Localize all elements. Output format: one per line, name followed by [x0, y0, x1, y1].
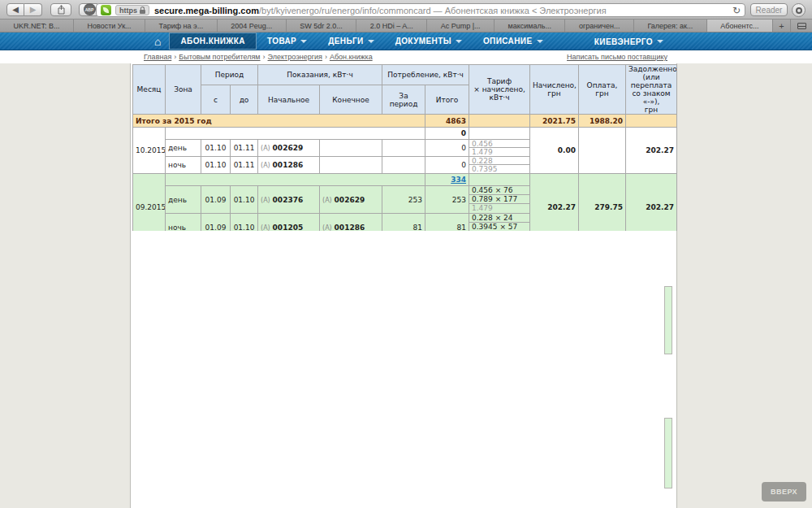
nav-dokumenty[interactable]: ДОКУМЕНТЫ: [385, 33, 473, 50]
home-button[interactable]: ⌂: [146, 33, 169, 50]
tab-maksimal[interactable]: максималь...: [495, 20, 565, 32]
period-from-cell: 01.09: [201, 214, 231, 232]
initial-reading-cell: (А) 002629: [258, 140, 320, 157]
year-total-accrued: 2021.75: [530, 115, 579, 128]
back-to-top-button[interactable]: ВВЕРХ: [762, 482, 806, 501]
new-tab-plus-button[interactable]: +: [773, 20, 791, 32]
tariff-line: 1.479: [469, 148, 529, 156]
year-total-tariff-empty: [469, 115, 530, 128]
breadcrumb-abon[interactable]: Абон.книжка: [330, 53, 373, 61]
tariff-line: 0.3945 × 57: [469, 223, 529, 231]
month-cell: 10.2015: [133, 128, 166, 174]
zone-cell: день: [166, 186, 201, 214]
tariff-stack-cell: 0.228 0.7395: [469, 157, 530, 174]
address-bar[interactable]: https secure.mega-billing.com /byt/kyive…: [96, 3, 745, 17]
breadcrumb-glavnaya[interactable]: Главная: [144, 53, 171, 61]
nav-opisanie[interactable]: ОПИСАНИЕ: [473, 33, 554, 50]
downloads-button[interactable]: [792, 3, 806, 17]
col-header-period: Период: [201, 65, 258, 85]
total-cell: 0: [425, 140, 469, 157]
initial-reading-cell: (А) 001286: [258, 157, 320, 174]
breadcrumb-separator: ›: [325, 53, 327, 61]
downloads-icon: [796, 7, 802, 14]
tab-sw5dr[interactable]: SW 5dr 2.0...: [287, 20, 357, 32]
breadcrumb: Главная›Бытовым потребителям›Электроэнер…: [144, 53, 373, 61]
nav-abon-knizhka[interactable]: АБОН.КНИЖКА: [169, 33, 256, 50]
accrued-cell: 0.00: [530, 128, 579, 174]
tab-abonentska-active[interactable]: Абонентс...: [707, 20, 773, 32]
header-group-row: Месяц Зона Период Показания, кВт·ч Потре…: [133, 65, 677, 85]
nav-label: КИЕВЭНЕРГО: [594, 37, 653, 46]
nav-label: АБОН.КНИЖКА: [180, 37, 244, 46]
col-header-readings: Показания, кВт·ч: [258, 65, 382, 85]
col-header-final: Конечное: [320, 85, 382, 115]
back-button[interactable]: ◀: [6, 3, 24, 16]
total-cell: 0: [425, 157, 469, 174]
refresh-icon[interactable]: ↻: [732, 5, 741, 16]
col-header-to: до: [231, 85, 258, 115]
tariff-empty-cell: [469, 128, 530, 140]
reading-value: 001205: [273, 224, 304, 232]
reader-button[interactable]: Reader: [750, 3, 788, 16]
nav-label: ОПИСАНИЕ: [483, 37, 533, 46]
tariff-stack-cell: 0.456 × 76 0.789 × 177 1.479: [469, 186, 530, 214]
col-header-consumption: Потребление, кВт·ч: [382, 65, 469, 85]
month-total-cell: 334: [425, 174, 469, 186]
tab-tarif[interactable]: Тариф на э...: [145, 20, 218, 32]
reading-value: 002376: [273, 196, 304, 204]
lock-icon: [140, 10, 145, 14]
tariff-line: 0.228: [469, 157, 529, 165]
meter-mark: (А): [322, 224, 332, 232]
content-area: Месяц Зона Период Показания, кВт·ч Потре…: [130, 63, 677, 508]
chevron-down-icon: [537, 40, 543, 43]
browser-window: ◀ ▶ ABP + https secure.mega-billing.com …: [0, 0, 812, 508]
back-icon: ◀: [12, 5, 19, 14]
empty-cell: [166, 128, 425, 140]
col-header-per-period: За период: [382, 85, 425, 115]
tab-overview-button[interactable]: [791, 20, 812, 32]
extension-icon[interactable]: [101, 5, 111, 15]
year-totals-label: Итого за 2015 год: [133, 115, 425, 128]
home-icon: ⌂: [154, 33, 161, 50]
tab-acpump[interactable]: Ac Pump |...: [427, 20, 495, 32]
col-header-total: Итого: [425, 85, 469, 115]
nav-dengi[interactable]: ДЕНЬГИ: [317, 33, 384, 50]
chevron-down-icon: [657, 40, 663, 43]
accrued-cell: 202.27: [530, 174, 579, 232]
final-reading-cell: [320, 157, 382, 174]
share-button[interactable]: [50, 3, 71, 16]
period-to-cell: 01.11: [231, 140, 258, 157]
total-cell: 253: [425, 186, 469, 214]
period-from-cell: 01.09: [201, 186, 231, 214]
tab-peugeot[interactable]: 2004 Peug...: [218, 20, 287, 32]
tab-ukrnet[interactable]: UKR.NET: В...: [0, 20, 74, 32]
nav-tovar[interactable]: ТОВАР: [257, 33, 317, 50]
final-reading-cell: (А) 001286: [320, 214, 382, 232]
reading-value: 002629: [273, 144, 304, 152]
adblock-icon: ABP: [84, 3, 96, 15]
meter-mark: (А): [261, 145, 270, 152]
breadcrumb-separator: ›: [174, 53, 176, 61]
tariff-stack-cell: 0.228 × 24 0.3945 × 57 0.7395: [469, 214, 530, 232]
tab-novosti[interactable]: Новости Ук...: [74, 20, 145, 32]
tab-hdi[interactable]: 2.0 HDi – A...: [356, 20, 427, 32]
write-letter-link[interactable]: Написать письмо поставщику: [567, 53, 667, 61]
meter-mark: (А): [322, 197, 332, 204]
breadcrumb-bytovym[interactable]: Бытовым потребителям: [179, 53, 260, 61]
year-totals-row: Итого за 2015 год 4863 2021.75 1988.20: [133, 115, 677, 128]
tariff-line: 0.456 × 76: [469, 186, 529, 195]
forward-button[interactable]: ▶: [24, 3, 42, 16]
per-period-cell: 81: [382, 214, 425, 232]
breadcrumb-elektro[interactable]: Электроэнергия: [268, 53, 322, 61]
tariff-empty-cell: [469, 174, 530, 186]
url-host: secure.mega-billing.com: [154, 6, 259, 15]
month-total-link[interactable]: 334: [451, 176, 466, 184]
forward-icon: ▶: [30, 5, 37, 14]
tab-ogranichen[interactable]: ограничен...: [565, 20, 633, 32]
nav-kievenergo[interactable]: КИЕВЭНЕРГО: [584, 33, 674, 50]
col-header-accrued: Начислено, грн: [530, 65, 579, 115]
tab-galereya[interactable]: Галерея: ак...: [634, 20, 707, 32]
paid-cell: [579, 128, 626, 174]
reading-value: 002629: [335, 196, 365, 204]
zone-cell: день: [166, 140, 201, 157]
